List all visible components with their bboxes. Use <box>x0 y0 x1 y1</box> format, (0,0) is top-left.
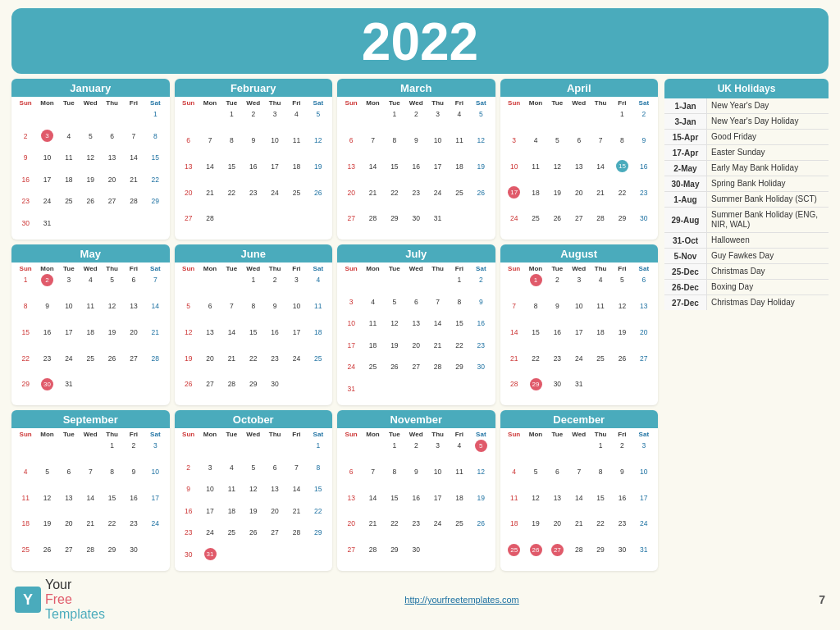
days-grid: 1234567891011121314151617181920212223242… <box>340 273 492 404</box>
day-cell: 14 <box>427 317 448 330</box>
day-empty <box>384 273 405 286</box>
highlight-circle-red: 30 <box>41 378 53 390</box>
month-july: JulySunMonTueWedThuFriSat123456789101112… <box>337 244 495 405</box>
day-cell: 11 <box>590 299 611 313</box>
holiday-date: 1-Aug <box>664 192 707 207</box>
day-cell: 1 <box>243 273 264 286</box>
day-cell: 30 <box>15 217 36 230</box>
day-cell: 8 <box>611 134 632 147</box>
day-cell: 7 <box>362 134 383 147</box>
day-cell: 7 <box>123 130 144 143</box>
day-cell: 18 <box>590 326 611 339</box>
holiday-row: 15-AprGood Friday <box>664 130 829 145</box>
day-cell: 15 <box>449 317 470 330</box>
day-cell: 7 <box>504 299 525 313</box>
holiday-date: 2-May <box>664 161 707 176</box>
day-cell: 14 <box>144 299 166 313</box>
day-cell: 9 <box>178 482 199 495</box>
day-cell: 2 <box>243 107 264 121</box>
day-cell: 31 <box>568 377 590 390</box>
day-cell: 7 <box>590 134 611 147</box>
day-empty <box>36 439 57 452</box>
day-cell: 4 <box>15 465 36 478</box>
month-row-2: SeptemberSunMonTueWedThuFriSat1234567891… <box>11 410 658 571</box>
highlight-circle-red: 25 <box>508 544 520 556</box>
day-labels: SunMonTueWedThuFriSat <box>340 264 492 273</box>
day-empty <box>340 273 362 286</box>
day-cell: 24 <box>199 526 221 539</box>
day-cell: 11 <box>285 134 307 147</box>
holiday-date: 27-Dec <box>664 295 707 310</box>
day-cell: 4 <box>590 273 611 286</box>
day-cell: 12 <box>525 491 546 504</box>
day-empty <box>80 439 101 452</box>
day-cell: 18 <box>285 160 307 173</box>
day-cell: 7 <box>568 465 590 478</box>
day-empty <box>178 439 199 452</box>
day-cell: 19 <box>470 491 491 504</box>
day-cell: 23 <box>405 517 427 530</box>
day-cell: 20 <box>340 517 362 530</box>
day-cell: 2 <box>611 439 632 452</box>
holiday-date: 17-Apr <box>664 145 707 160</box>
day-cell: 11 <box>449 134 470 147</box>
holiday-row: 3-JanNew Year's Day Holiday <box>664 114 829 130</box>
day-cell: 20 <box>340 186 362 199</box>
day-cell: 10 <box>264 134 285 147</box>
day-cell: 26 <box>546 212 568 225</box>
day-cell: 17 <box>504 186 525 199</box>
day-cell: 22 <box>525 352 546 365</box>
day-cell: 1 <box>590 439 611 452</box>
holiday-row: 29-AugSummer Bank Holiday (ENG, NIR, WAL… <box>664 208 829 233</box>
day-cell: 23 <box>611 517 632 530</box>
day-empty <box>590 107 611 121</box>
holiday-row: 5-NovGuy Fawkes Day <box>664 249 829 264</box>
day-cell: 14 <box>123 151 144 164</box>
day-cell: 28 <box>80 543 101 556</box>
day-cell: 24 <box>36 194 57 208</box>
day-cell: 16 <box>470 317 491 330</box>
footer: Y Your Free Templates http://yourfreetem… <box>11 576 829 623</box>
day-cell: 8 <box>449 295 470 308</box>
holiday-row: 17-AprEaster Sunday <box>664 145 829 161</box>
day-cell: 20 <box>405 339 427 352</box>
month-row-0: JanuarySunMonTueWedThuFriSat123456789101… <box>11 79 658 240</box>
day-empty <box>568 439 590 452</box>
day-cell: 19 <box>611 326 632 339</box>
days-grid: 1234567891011121314151617181920212223242… <box>15 107 167 238</box>
day-cell: 18 <box>449 160 470 173</box>
day-cell: 1 <box>384 107 405 121</box>
day-cell: 5 <box>308 107 329 121</box>
day-cell: 18 <box>525 186 546 199</box>
footer-url[interactable]: http://yourfreetemplates.com <box>404 595 518 605</box>
day-cell: 16 <box>243 160 264 173</box>
month-grid-january: SunMonTueWedThuFriSat1234567891011121314… <box>11 97 170 240</box>
days-grid: 1234567891011121314151617181920212223242… <box>15 439 167 569</box>
day-cell: 6 <box>264 461 285 474</box>
day-empty <box>546 439 568 452</box>
day-cell: 23 <box>633 186 655 199</box>
logo-text: Your Free Templates <box>45 578 105 622</box>
day-cell: 17 <box>568 326 590 339</box>
day-cell: 24 <box>427 186 448 199</box>
day-cell: 28 <box>568 543 590 556</box>
day-cell: 18 <box>449 491 470 504</box>
day-cell: 26 <box>470 517 491 530</box>
day-cell: 27 <box>340 212 362 225</box>
day-empty <box>546 107 568 121</box>
day-cell: 21 <box>285 504 307 518</box>
day-empty <box>504 107 525 121</box>
day-cell: 5 <box>470 439 491 452</box>
day-cell: 25 <box>58 194 80 208</box>
day-cell: 16 <box>264 326 285 339</box>
day-cell: 9 <box>15 151 36 164</box>
day-cell: 2 <box>405 439 427 452</box>
day-cell: 6 <box>101 130 122 143</box>
day-cell: 6 <box>568 134 590 147</box>
day-cell: 2 <box>264 273 285 286</box>
year-label: 2022 <box>362 12 478 71</box>
day-cell: 25 <box>590 352 611 365</box>
day-cell: 3 <box>285 273 307 286</box>
day-cell: 24 <box>504 212 525 225</box>
holiday-date: 31-Oct <box>664 233 707 248</box>
